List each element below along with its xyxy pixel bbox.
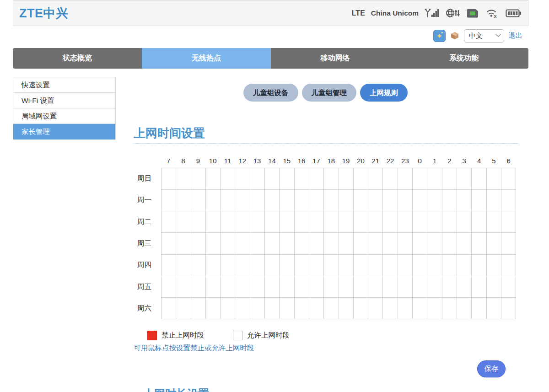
schedule-cell[interactable]	[501, 190, 516, 211]
schedule-cell[interactable]	[398, 255, 413, 276]
schedule-cell[interactable]	[265, 233, 280, 254]
schedule-cell[interactable]	[457, 190, 472, 211]
schedule-cell[interactable]	[206, 255, 221, 276]
schedule-cell[interactable]	[383, 233, 398, 254]
schedule-cell[interactable]	[295, 255, 309, 276]
schedule-cell[interactable]	[487, 276, 501, 298]
tab-system-functions[interactable]: 系统功能	[399, 48, 528, 69]
schedule-cell[interactable]	[235, 190, 250, 211]
schedule-cell[interactable]	[339, 298, 354, 319]
pill-child-group-devices[interactable]: 儿童组设备	[243, 84, 298, 102]
schedule-cell[interactable]	[339, 211, 354, 233]
schedule-cell[interactable]	[472, 255, 486, 276]
schedule-cell[interactable]	[280, 233, 294, 254]
schedule-cell[interactable]	[487, 233, 501, 254]
schedule-cell[interactable]	[221, 233, 235, 254]
schedule-cell[interactable]	[295, 233, 309, 254]
schedule-cell[interactable]	[501, 276, 516, 298]
language-select[interactable]: 中文	[464, 29, 504, 43]
schedule-cell[interactable]	[413, 168, 427, 190]
schedule-cell[interactable]	[324, 255, 339, 276]
schedule-cell[interactable]	[472, 233, 486, 254]
schedule-cell[interactable]	[280, 276, 294, 298]
schedule-cell[interactable]	[161, 298, 176, 319]
logout-link[interactable]: 退出	[508, 31, 522, 41]
schedule-cell[interactable]	[280, 255, 294, 276]
schedule-cell[interactable]	[354, 233, 368, 254]
schedule-cell[interactable]	[413, 211, 427, 233]
schedule-cell[interactable]	[368, 298, 383, 319]
schedule-cell[interactable]	[309, 255, 324, 276]
schedule-cell[interactable]	[235, 255, 250, 276]
schedule-cell[interactable]	[265, 190, 280, 211]
schedule-cell[interactable]	[383, 168, 398, 190]
schedule-cell[interactable]	[206, 298, 221, 319]
schedule-cell[interactable]	[250, 211, 265, 233]
schedule-cell[interactable]	[413, 190, 427, 211]
schedule-cell[interactable]	[368, 233, 383, 254]
save-button[interactable]: 保存	[477, 360, 506, 377]
schedule-cell[interactable]	[472, 168, 486, 190]
schedule-cell[interactable]	[191, 168, 206, 190]
schedule-cell[interactable]	[472, 298, 486, 319]
schedule-cell[interactable]	[161, 255, 176, 276]
schedule-cell[interactable]	[309, 233, 324, 254]
schedule-cell[interactable]	[265, 298, 280, 319]
schedule-cell[interactable]	[250, 255, 265, 276]
schedule-cell[interactable]	[176, 190, 191, 211]
schedule-cell[interactable]	[487, 168, 501, 190]
schedule-cell[interactable]	[398, 168, 413, 190]
schedule-cell[interactable]	[442, 211, 457, 233]
schedule-cell[interactable]	[427, 211, 442, 233]
schedule-cell[interactable]	[413, 233, 427, 254]
schedule-cell[interactable]	[176, 276, 191, 298]
schedule-cell[interactable]	[398, 190, 413, 211]
schedule-cell[interactable]	[280, 190, 294, 211]
schedule-cell[interactable]	[368, 276, 383, 298]
schedule-cell[interactable]	[176, 255, 191, 276]
schedule-cell[interactable]	[501, 233, 516, 254]
schedule-cell[interactable]	[265, 276, 280, 298]
schedule-cell[interactable]	[235, 276, 250, 298]
sidebar-item-parental-control[interactable]: 家长管理	[13, 124, 115, 140]
schedule-cell[interactable]	[339, 190, 354, 211]
schedule-cell[interactable]	[235, 211, 250, 233]
schedule-cell[interactable]	[221, 255, 235, 276]
schedule-cell[interactable]	[191, 298, 206, 319]
schedule-cell[interactable]	[191, 190, 206, 211]
schedule-cell[interactable]	[265, 168, 280, 190]
schedule-cell[interactable]	[457, 211, 472, 233]
schedule-cell[interactable]	[383, 276, 398, 298]
schedule-cell[interactable]	[442, 168, 457, 190]
schedule-cell[interactable]	[191, 211, 206, 233]
schedule-cell[interactable]	[309, 298, 324, 319]
pill-internet-rules[interactable]: 上网规则	[360, 84, 408, 102]
schedule-cell[interactable]	[191, 233, 206, 254]
schedule-cell[interactable]	[280, 211, 294, 233]
schedule-cell[interactable]	[442, 276, 457, 298]
schedule-cell[interactable]	[383, 298, 398, 319]
schedule-cell[interactable]	[324, 190, 339, 211]
schedule-cell[interactable]	[427, 233, 442, 254]
schedule-cell[interactable]	[280, 168, 294, 190]
schedule-cell[interactable]	[324, 233, 339, 254]
schedule-cell[interactable]	[487, 298, 501, 319]
schedule-cell[interactable]	[442, 190, 457, 211]
schedule-cell[interactable]	[161, 168, 176, 190]
schedule-cell[interactable]	[457, 276, 472, 298]
schedule-cell[interactable]	[339, 276, 354, 298]
schedule-cell[interactable]	[487, 190, 501, 211]
schedule-cell[interactable]	[427, 276, 442, 298]
schedule-cell[interactable]	[221, 276, 235, 298]
tab-mobile-network[interactable]: 移动网络	[271, 48, 400, 69]
schedule-cell[interactable]	[354, 255, 368, 276]
sparkle-extension-icon[interactable]: ✦ ✦	[433, 30, 446, 42]
schedule-cell[interactable]	[295, 190, 309, 211]
schedule-cell[interactable]	[324, 298, 339, 319]
schedule-cell[interactable]	[427, 255, 442, 276]
schedule-cell[interactable]	[354, 190, 368, 211]
schedule-cell[interactable]	[427, 168, 442, 190]
pill-child-group-management[interactable]: 儿童组管理	[302, 84, 357, 102]
schedule-cell[interactable]	[250, 190, 265, 211]
schedule-cell[interactable]	[295, 298, 309, 319]
